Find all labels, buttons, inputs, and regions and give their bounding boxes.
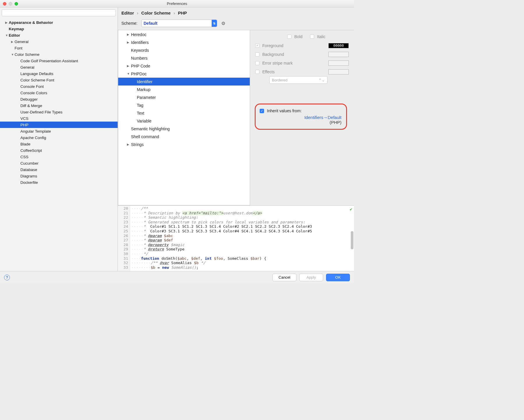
chevron-right-icon: › [137, 10, 138, 15]
code-area[interactable]: ····/**·····* Description by <a href="ma… [130, 206, 354, 271]
settings-sidebar: 🔍▾ ▶Appearance & BehaviorKeymap▼Editor▶G… [0, 8, 118, 271]
background-row[interactable]: Background [255, 50, 349, 59]
help-button[interactable]: ? [4, 275, 10, 280]
breadcrumb-item: PHP [178, 10, 187, 15]
background-swatch[interactable] [328, 52, 349, 57]
code-preview[interactable]: 2021222324252627282930313233 ····/**····… [118, 205, 354, 271]
sidebar-item[interactable]: Code Golf Presentation Assistant [0, 58, 118, 64]
attribute-item[interactable]: ▶Strings [118, 140, 250, 148]
attribute-item[interactable]: Text [118, 109, 250, 117]
attribute-item[interactable]: Keywords [118, 46, 250, 54]
breadcrumb-item[interactable]: Editor [121, 10, 134, 15]
scheme-label: Scheme: [121, 21, 137, 26]
attribute-item[interactable]: Variable [118, 117, 250, 125]
effects-checkbox[interactable] [255, 70, 259, 74]
sidebar-item[interactable]: ▶General [0, 38, 118, 45]
attribute-tree[interactable]: Functions and Methods▶Heredoc▶Identifier… [118, 30, 250, 205]
titlebar: Preferences [0, 0, 354, 8]
sidebar-item[interactable]: ▼Editor [0, 32, 118, 38]
sidebar-item[interactable]: CoffeeScript [0, 147, 118, 154]
window-title: Preferences [0, 1, 354, 6]
scheme-select[interactable]: Default ⇅ [141, 19, 217, 27]
inherit-checkbox[interactable]: ✓ [260, 109, 264, 113]
attribute-item[interactable]: Semantic highlighting [118, 125, 250, 133]
effects-row[interactable]: Effects [255, 67, 349, 76]
errorstripe-row[interactable]: Error stripe mark [255, 59, 349, 67]
sidebar-item[interactable]: ▼Color Scheme [0, 51, 118, 58]
settings-tree[interactable]: ▶Appearance & BehaviorKeymap▼Editor▶Gene… [0, 18, 118, 271]
sidebar-item[interactable]: Dockerfile [0, 179, 118, 186]
sidebar-item[interactable]: Console Font [0, 83, 118, 90]
attribute-item[interactable]: Markup [118, 86, 250, 93]
sidebar-item[interactable]: PHP [0, 122, 118, 128]
sidebar-item[interactable]: Color Scheme Font [0, 77, 118, 83]
chevron-updown-icon: ⌃⌄ [318, 78, 325, 82]
attribute-item[interactable]: Tag [118, 101, 250, 109]
effects-type-select[interactable]: Bordered⌃⌄ [269, 76, 328, 84]
scrollbar-thumb[interactable] [351, 231, 353, 249]
attribute-item[interactable]: ▼PHPDoc [118, 70, 250, 78]
foreground-swatch[interactable]: 00000 [328, 43, 349, 48]
sidebar-item[interactable]: User-Defined File Types [0, 109, 118, 115]
dropdown-spinner-icon: ⇅ [212, 20, 217, 27]
ok-button[interactable]: OK [326, 274, 350, 281]
effects-swatch[interactable] [328, 69, 349, 74]
errorstripe-checkbox[interactable] [255, 61, 259, 65]
sidebar-item[interactable]: Diagrams [0, 173, 118, 179]
sidebar-item[interactable]: CSS [0, 154, 118, 160]
gear-icon[interactable]: ⚙ [221, 21, 225, 26]
inspection-ok-icon[interactable]: ✔ [350, 207, 352, 211]
breadcrumb-item[interactable]: Color Scheme [141, 10, 171, 15]
inherit-sublabel: (PHP) [260, 120, 341, 125]
attribute-item[interactable]: ▶Identifiers [118, 38, 250, 46]
foreground-row[interactable]: Foreground00000 [255, 41, 349, 50]
style-panel: Bold Italic Foreground00000 Background E… [250, 30, 354, 205]
sidebar-item[interactable]: General [0, 64, 118, 70]
sidebar-item[interactable]: Diff & Merge [0, 102, 118, 109]
sidebar-item[interactable]: Cucumber [0, 160, 118, 166]
inherit-callout: ✓ Inherit values from: Identifiers→Defau… [255, 104, 347, 130]
sidebar-item[interactable]: Angular Template [0, 128, 118, 134]
sidebar-item[interactable]: Language Defaults [0, 70, 118, 77]
cancel-button[interactable]: Cancel [272, 274, 296, 281]
scheme-value: Default [144, 21, 157, 26]
attribute-item[interactable]: Parameter [118, 93, 250, 101]
errorstripe-swatch[interactable] [328, 60, 349, 66]
settings-main: Editor › Color Scheme › PHP Scheme: Defa… [118, 8, 354, 271]
italic-toggle[interactable]: Italic [310, 34, 325, 39]
sidebar-item[interactable]: Console Colors [0, 90, 118, 96]
attribute-item[interactable]: ▶Heredoc [118, 31, 250, 38]
sidebar-item[interactable]: Font [0, 45, 118, 51]
sidebar-item[interactable]: Blade [0, 141, 118, 147]
gutter: 2021222324252627282930313233 [118, 206, 130, 271]
settings-search-input[interactable] [2, 9, 116, 16]
dialog-footer: ? Cancel Apply OK [0, 271, 354, 283]
sidebar-item[interactable]: Database [0, 166, 118, 173]
chevron-right-icon: › [174, 10, 175, 15]
attribute-item[interactable]: Numbers [118, 54, 250, 62]
background-checkbox[interactable] [255, 52, 259, 56]
attribute-item[interactable]: ▶PHP Code [118, 62, 250, 70]
sidebar-item[interactable]: ▶Appearance & Behavior [0, 19, 118, 26]
sidebar-item[interactable]: Apache Config [0, 134, 118, 141]
inherit-link[interactable]: Identifiers→Default [260, 115, 341, 120]
apply-button[interactable]: Apply [299, 274, 323, 281]
sidebar-item[interactable]: Keymap [0, 26, 118, 32]
attribute-item[interactable]: Identifier [118, 78, 250, 86]
attribute-item[interactable]: Shell command [118, 133, 250, 140]
breadcrumb: Editor › Color Scheme › PHP [118, 8, 354, 17]
sidebar-item[interactable]: VCS [0, 115, 118, 122]
foreground-checkbox[interactable] [255, 44, 259, 48]
bold-toggle[interactable]: Bold [287, 34, 302, 39]
inherit-label: Inherit values from: [267, 108, 302, 113]
sidebar-item[interactable]: Debugger [0, 96, 118, 102]
